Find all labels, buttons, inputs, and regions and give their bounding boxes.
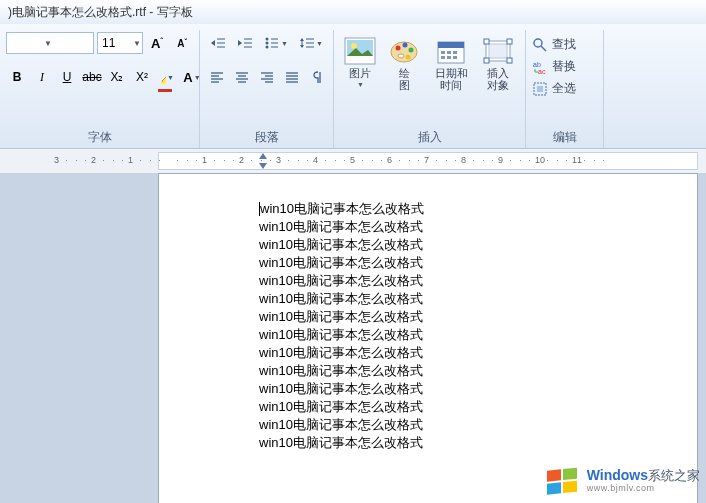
replace-button[interactable]: abac 替换 xyxy=(532,58,597,75)
document-line: win10电脑记事本怎么改格式 xyxy=(259,362,697,380)
group-font: ▼ ▼ Aˆ Aˇ B I U abc X₂ X² xyxy=(0,30,200,148)
svg-rect-64 xyxy=(547,482,561,494)
windows-logo-icon xyxy=(545,465,581,497)
font-family-input[interactable] xyxy=(7,36,41,50)
document-line: win10电脑记事本怎么改格式 xyxy=(259,236,697,254)
decrease-indent-button[interactable] xyxy=(206,32,230,54)
document-line: win10电脑记事本怎么改格式 xyxy=(259,290,697,308)
svg-rect-51 xyxy=(489,44,507,58)
insert-paint-button[interactable]: 绘 图 xyxy=(384,34,424,94)
ruler-tick: 3 xyxy=(54,155,59,165)
document-line: win10电脑记事本怎么改格式 xyxy=(259,218,697,236)
document-viewport: win10电脑记事本怎么改格式win10电脑记事本怎么改格式win10电脑记事本… xyxy=(0,173,706,503)
picture-icon xyxy=(344,37,376,65)
watermark: Windows系统之家 www.bjmlv.com xyxy=(545,465,700,497)
select-all-icon xyxy=(532,81,548,97)
font-size-input[interactable] xyxy=(98,36,132,50)
align-center-button[interactable] xyxy=(231,66,253,88)
ruler-tick: 7 xyxy=(424,155,429,165)
ruler-area: 3211234567891011 xyxy=(0,149,706,173)
horizontal-ruler[interactable]: 3211234567891011 xyxy=(158,152,698,170)
group-label-font: 字体 xyxy=(6,127,193,148)
document-line: win10电脑记事本怎么改格式 xyxy=(259,380,697,398)
group-edit: 查找 abac 替换 全选 编辑 xyxy=(526,30,604,148)
strikethrough-button[interactable]: abc xyxy=(81,66,103,88)
align-left-button[interactable] xyxy=(206,66,228,88)
svg-rect-63 xyxy=(563,468,577,480)
document-page[interactable]: win10电脑记事本怎么改格式win10电脑记事本怎么改格式win10电脑记事本… xyxy=(158,173,698,503)
svg-rect-47 xyxy=(441,56,445,59)
svg-point-38 xyxy=(403,43,408,48)
svg-text:ab: ab xyxy=(533,61,541,68)
group-insert: 图片 ▼ 绘 图 日期和 时间 插入 对象 xyxy=(334,30,526,148)
svg-rect-46 xyxy=(453,51,457,54)
subscript-button[interactable]: X₂ xyxy=(106,66,128,88)
hanging-indent-marker[interactable] xyxy=(259,163,267,169)
align-justify-button[interactable] xyxy=(281,66,303,88)
ruler-tick: 2 xyxy=(91,155,96,165)
document-line: win10电脑记事本怎么改格式 xyxy=(259,434,697,452)
line-spacing-button[interactable]: ▼ xyxy=(295,32,327,54)
document-line: win10电脑记事本怎么改格式 xyxy=(259,398,697,416)
document-line: win10电脑记事本怎么改格式 xyxy=(259,326,697,344)
svg-point-8 xyxy=(266,42,269,45)
svg-point-35 xyxy=(351,43,357,49)
svg-line-57 xyxy=(541,46,546,51)
svg-rect-52 xyxy=(484,39,489,44)
italic-button[interactable]: I xyxy=(31,66,53,88)
underline-button[interactable]: U xyxy=(56,66,78,88)
document-line: win10电脑记事本怎么改格式 xyxy=(259,200,697,218)
group-paragraph: ▼ ▼ 段落 xyxy=(200,30,334,148)
grow-font-button[interactable]: Aˆ xyxy=(146,32,168,54)
group-label-insert: 插入 xyxy=(340,127,519,148)
ruler-tick: 6 xyxy=(387,155,392,165)
ruler-tick: 2 xyxy=(239,155,244,165)
svg-point-7 xyxy=(266,38,269,41)
bold-button[interactable]: B xyxy=(6,66,28,88)
chevron-down-icon[interactable]: ▼ xyxy=(132,39,142,48)
svg-point-56 xyxy=(534,39,542,47)
ruler-tick: 5 xyxy=(350,155,355,165)
insert-picture-button[interactable]: 图片 ▼ xyxy=(340,34,380,94)
document-line: win10电脑记事本怎么改格式 xyxy=(259,308,697,326)
chevron-down-icon[interactable]: ▼ xyxy=(41,39,55,48)
svg-rect-61 xyxy=(537,86,543,92)
insert-object-button[interactable]: 插入 对象 xyxy=(478,34,518,94)
svg-rect-43 xyxy=(438,42,464,48)
svg-rect-0 xyxy=(161,82,166,84)
ruler-tick: 4 xyxy=(313,155,318,165)
ruler-tick: 11 xyxy=(572,155,582,165)
shrink-font-button[interactable]: Aˇ xyxy=(171,32,193,54)
ruler-tick: 8 xyxy=(461,155,466,165)
font-size-combo[interactable]: ▼ xyxy=(97,32,143,54)
ribbon: ▼ ▼ Aˆ Aˇ B I U abc X₂ X² xyxy=(0,24,706,149)
group-label-paragraph: 段落 xyxy=(206,127,327,148)
ruler-tick: 10 xyxy=(535,155,545,165)
align-right-button[interactable] xyxy=(256,66,278,88)
font-family-combo[interactable]: ▼ xyxy=(6,32,94,54)
document-line: win10电脑记事本怎么改格式 xyxy=(259,254,697,272)
select-all-button[interactable]: 全选 xyxy=(532,80,597,97)
svg-rect-54 xyxy=(484,58,489,63)
first-line-indent-marker[interactable] xyxy=(259,153,267,159)
highlight-button[interactable]: ▼ xyxy=(156,66,178,88)
svg-rect-55 xyxy=(507,58,512,63)
paragraph-dialog-button[interactable] xyxy=(306,66,328,88)
insert-datetime-button[interactable]: 日期和 时间 xyxy=(428,34,474,94)
replace-icon: abac xyxy=(532,59,548,75)
svg-rect-48 xyxy=(447,56,451,59)
chevron-down-icon: ▼ xyxy=(357,81,364,88)
svg-rect-44 xyxy=(441,51,445,54)
find-button[interactable]: 查找 xyxy=(532,36,597,53)
object-icon xyxy=(482,37,514,65)
svg-point-41 xyxy=(398,54,404,58)
document-line: win10电脑记事本怎么改格式 xyxy=(259,344,697,362)
search-icon xyxy=(532,37,548,53)
svg-rect-65 xyxy=(563,481,577,493)
group-label-edit: 编辑 xyxy=(532,127,597,148)
bullet-list-button[interactable]: ▼ xyxy=(260,32,292,54)
increase-indent-button[interactable] xyxy=(233,32,257,54)
ruler-tick: 3 xyxy=(276,155,281,165)
svg-point-39 xyxy=(409,48,414,53)
superscript-button[interactable]: X² xyxy=(131,66,153,88)
